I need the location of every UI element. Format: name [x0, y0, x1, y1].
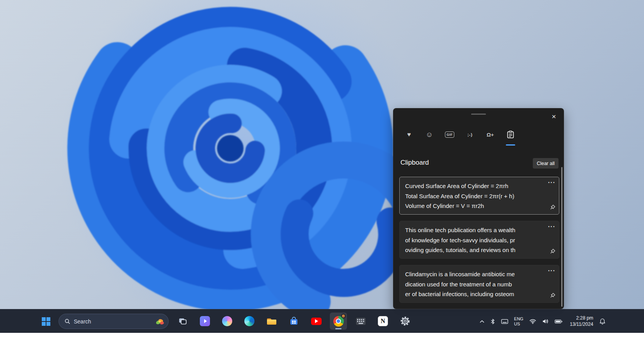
file-explorer-icon: [267, 317, 277, 325]
notification-center-button[interactable]: [599, 318, 606, 325]
bloom-wallpaper-graphic: [47, 0, 445, 309]
search-input[interactable]: Search: [59, 314, 169, 329]
wifi-icon: [529, 318, 536, 324]
windows-logo-icon: [42, 317, 50, 326]
chevron-up-icon: [480, 320, 484, 323]
edge-button[interactable]: [241, 313, 258, 330]
scrollbar[interactable]: [561, 167, 562, 307]
touch-keyboard-icon: [501, 319, 508, 324]
task-view-button[interactable]: [174, 313, 191, 330]
wifi-tray-button[interactable]: [529, 318, 536, 324]
settings-button[interactable]: [397, 313, 414, 330]
panel-title: Clipboard: [400, 159, 429, 167]
system-tray: ENG US: [480, 309, 606, 333]
more-options-icon[interactable]: ···: [548, 179, 555, 186]
volume-tray-button[interactable]: [542, 318, 549, 324]
clip-text-line: er of bacterial infections, including os…: [405, 289, 542, 299]
bottom-whitespace: [0, 333, 644, 350]
pinned-apps: N: [174, 313, 414, 330]
running-app-indicator: [335, 328, 342, 329]
clock[interactable]: 2:28 pm 13/11/2024: [570, 315, 593, 327]
clip-text-line: Total Surface Area of Cylinder = 2πr(r +…: [405, 191, 542, 201]
tab-favorites[interactable]: ♥: [403, 128, 415, 141]
search-highlight-icon: [155, 317, 165, 326]
clear-all-button[interactable]: Clear all: [533, 158, 559, 169]
keyboard-icon: [356, 317, 366, 325]
clipboard-item[interactable]: Curved Surface Area of Cylinder = 2πrh T…: [399, 177, 559, 215]
tab-clipboard[interactable]: [504, 128, 517, 141]
profile-badge: [341, 314, 346, 318]
bluetooth-tray-button[interactable]: [490, 318, 495, 325]
clip-text-line: oviding guides, tutorials, and reviews o…: [405, 245, 542, 255]
clipboard-icon: [507, 131, 514, 139]
touch-keyboard-tray-button[interactable]: [501, 319, 508, 324]
microsoft-store-button[interactable]: [285, 313, 302, 330]
start-button[interactable]: [37, 313, 55, 330]
edge-icon: [244, 316, 254, 326]
copilot-button[interactable]: [219, 313, 236, 330]
clip-text-line: dication used for the treatment of a num…: [405, 279, 542, 290]
clipboard-item-list: Curved Surface Area of Cylinder = 2πrh T…: [399, 177, 559, 309]
speaker-icon: [542, 318, 549, 324]
panel-drag-handle[interactable]: [471, 114, 486, 115]
language-line1: ENG: [514, 316, 523, 322]
media-player-icon: [200, 316, 210, 326]
battery-tray-button[interactable]: [555, 319, 562, 324]
screen: × ♥ ☺ GIF ;-) Ω+ Clipboard Clear all: [0, 0, 644, 350]
youtube-button[interactable]: [308, 313, 325, 330]
microsoft-store-icon: [289, 316, 299, 326]
file-explorer-button[interactable]: [263, 313, 280, 330]
tab-emoji[interactable]: ☺: [423, 128, 436, 141]
active-tab-indicator: [506, 144, 515, 146]
media-player-button[interactable]: [196, 313, 213, 330]
task-view-icon: [178, 316, 187, 326]
picker-tabs: ♥ ☺ GIF ;-) Ω+: [403, 128, 517, 141]
clip-text-line: of knowledge for tech-savvy individuals,…: [405, 235, 542, 245]
notion-button[interactable]: N: [374, 313, 391, 330]
battery-icon: [555, 319, 562, 324]
bluetooth-icon: [490, 318, 495, 325]
more-options-icon[interactable]: ···: [548, 224, 555, 230]
date-text: 13/11/2024: [570, 322, 593, 328]
keyboard-app-button[interactable]: [352, 313, 369, 330]
clipboard-panel: × ♥ ☺ GIF ;-) Ω+ Clipboard Clear all: [393, 108, 564, 309]
time-text: 2:28 pm: [570, 315, 593, 322]
search-placeholder: Search: [74, 318, 151, 325]
clipboard-item[interactable]: Clindamycin is a lincosamide antibiotic …: [399, 265, 559, 303]
gif-icon: GIF: [445, 131, 454, 138]
tab-symbols[interactable]: Ω+: [484, 128, 496, 141]
bell-icon: [599, 318, 606, 325]
tab-gif[interactable]: GIF: [443, 128, 456, 141]
clip-text-line: Volume of Cylinder = V = πr2h: [405, 201, 542, 211]
youtube-icon: [311, 318, 322, 325]
clip-text-line: Clindamycin is a lincosamide antibiotic …: [405, 269, 542, 279]
chrome-button[interactable]: [330, 313, 347, 330]
close-icon[interactable]: ×: [548, 111, 560, 123]
taskbar: Search: [0, 309, 644, 333]
tab-kaomoji[interactable]: ;-): [464, 128, 476, 141]
gear-icon: [400, 316, 410, 326]
language-indicator[interactable]: ENG US: [514, 316, 523, 326]
pin-icon[interactable]: [549, 204, 555, 211]
pin-icon[interactable]: [549, 293, 555, 299]
pin-icon[interactable]: [549, 249, 555, 255]
clip-text-line: This online tech publication offers a we…: [405, 225, 542, 235]
copilot-icon: [222, 316, 232, 326]
clipboard-item[interactable]: This online tech publication offers a we…: [399, 221, 559, 259]
hidden-icons-chevron[interactable]: [480, 320, 484, 323]
search-icon: [64, 318, 70, 324]
clip-text-line: Curved Surface Area of Cylinder = 2πrh: [405, 181, 542, 191]
more-options-icon[interactable]: ···: [548, 268, 555, 274]
language-line2: US: [514, 322, 523, 327]
notion-icon: N: [378, 316, 388, 326]
